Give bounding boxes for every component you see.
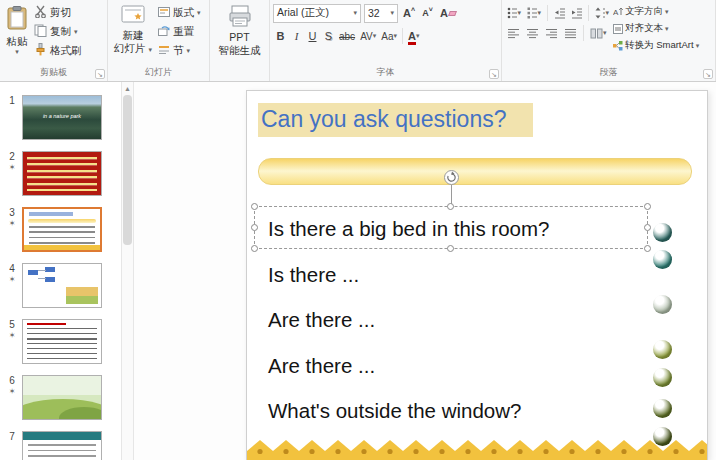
- decorative-zigzag-border[interactable]: [247, 438, 707, 460]
- font-dialog-launcher[interactable]: ↘: [489, 69, 499, 79]
- slide-thumbnail-image[interactable]: [22, 151, 102, 196]
- change-case-dropdown-icon[interactable]: ▾: [393, 32, 397, 40]
- list-bullet-sphere[interactable]: [653, 340, 672, 359]
- decrease-font-size-button[interactable]: A˅: [420, 3, 435, 23]
- bullets-dropdown-icon[interactable]: ▾: [517, 9, 521, 17]
- question-line[interactable]: Is there ...: [261, 252, 645, 298]
- resize-handle-middle-left[interactable]: [251, 224, 258, 231]
- strikethrough-button[interactable]: abc: [337, 26, 357, 46]
- ppt-generate-button[interactable]: PPT 智能生成: [216, 3, 264, 59]
- align-text-dropdown-icon[interactable]: ▾: [665, 25, 669, 33]
- align-left-button[interactable]: [505, 23, 522, 43]
- slide-thumbnail-5[interactable]: 5✶: [5, 319, 121, 364]
- decorative-banner-shape[interactable]: [258, 158, 692, 185]
- section-button[interactable]: 节 ▾: [155, 41, 204, 60]
- line-spacing-dropdown-icon[interactable]: ▾: [605, 9, 609, 17]
- text-direction-dropdown-icon[interactable]: ▾: [665, 8, 669, 16]
- slide-thumbnail-image[interactable]: [22, 319, 102, 364]
- copy-dropdown-icon[interactable]: ▾: [74, 28, 78, 36]
- new-slide-button[interactable]: 新建 幻灯片 ▾: [111, 3, 155, 57]
- list-bullet-sphere[interactable]: [653, 223, 672, 242]
- slide-thumbnail-6[interactable]: 6✶: [5, 375, 121, 420]
- justify-button[interactable]: [562, 23, 579, 43]
- slide-thumbnail-1[interactable]: 1 in a nature park: [5, 95, 121, 140]
- list-bullet-sphere[interactable]: [653, 399, 672, 418]
- align-right-button[interactable]: [543, 23, 560, 43]
- list-bullet-sphere[interactable]: [653, 295, 672, 314]
- list-bullet-sphere[interactable]: [653, 250, 672, 269]
- slide-thumbnails-pane: 1 in a nature park 2✶ 3✶ 4✶ 5✶: [0, 82, 121, 460]
- numbering-button[interactable]: ▾: [525, 3, 543, 23]
- font-color-dropdown-icon[interactable]: ▾: [416, 32, 420, 40]
- reset-button[interactable]: 重置: [155, 22, 204, 41]
- list-bullet-sphere[interactable]: [653, 368, 672, 387]
- font-size-combo[interactable]: 32 ▾: [364, 4, 398, 23]
- scrollbar-thumb[interactable]: [123, 95, 132, 245]
- bullets-button[interactable]: ▾: [505, 3, 523, 23]
- font-color-button[interactable]: A▾: [406, 26, 421, 46]
- slide[interactable]: Can you ask questions? Is there a big be…: [246, 90, 708, 460]
- workspace: 1 in a nature park 2✶ 3✶ 4✶ 5✶: [0, 82, 716, 460]
- clear-formatting-button[interactable]: A: [438, 3, 458, 23]
- numbering-dropdown-icon[interactable]: ▾: [537, 9, 541, 17]
- section-dropdown-icon[interactable]: ▾: [186, 47, 190, 55]
- change-case-button[interactable]: Aa▾: [379, 26, 399, 46]
- font-name-dropdown-icon[interactable]: ▾: [353, 9, 357, 17]
- resize-handle-middle-right[interactable]: [644, 224, 651, 231]
- thumbnails-scrollbar[interactable]: ▲: [121, 82, 134, 460]
- decrease-indent-button[interactable]: [552, 3, 567, 23]
- slide-thumbnail-image[interactable]: in a nature park: [22, 95, 102, 140]
- resize-handle-top-right[interactable]: [644, 203, 651, 210]
- convert-smartart-button[interactable]: 转换为 SmartArt ▾: [613, 37, 709, 54]
- rotate-handle[interactable]: [444, 170, 459, 185]
- font-size-dropdown-icon[interactable]: ▾: [390, 9, 394, 17]
- font-name-combo[interactable]: Arial (正文) ▾: [273, 4, 361, 23]
- align-center-icon: [526, 28, 539, 39]
- slide-thumbnail-2[interactable]: 2✶: [5, 151, 121, 196]
- text-direction-button[interactable]: A 文字方向 ▾: [613, 3, 709, 20]
- convert-smartart-dropdown-icon[interactable]: ▾: [696, 42, 700, 50]
- slide-thumbnail-4[interactable]: 4✶: [5, 263, 121, 308]
- align-text-label: 对齐文本: [625, 22, 663, 35]
- paragraph-dialog-launcher[interactable]: ↘: [703, 69, 713, 79]
- resize-handle-bottom-right[interactable]: [644, 245, 651, 252]
- layout-button[interactable]: 版式 ▾: [155, 3, 204, 22]
- slide-title[interactable]: Can you ask questions?: [258, 103, 533, 137]
- paste-dropdown-icon[interactable]: ▾: [15, 48, 19, 56]
- font-color-glyph: A: [408, 30, 416, 45]
- increase-font-size-button[interactable]: A˄: [401, 3, 417, 23]
- align-center-button[interactable]: [524, 23, 541, 43]
- align-text-button[interactable]: 对齐文本 ▾: [613, 20, 709, 37]
- question-line[interactable]: Are there ...: [261, 343, 645, 389]
- slide-thumbnail-image[interactable]: [22, 431, 102, 460]
- columns-dropdown-icon[interactable]: ▾: [603, 29, 607, 37]
- increase-indent-button[interactable]: [569, 3, 584, 23]
- question-line[interactable]: What's outside the window?: [261, 388, 645, 434]
- slide-thumbnail-7[interactable]: 7: [5, 431, 121, 460]
- bold-button[interactable]: B: [273, 26, 288, 46]
- resize-handle-bottom-left[interactable]: [251, 245, 258, 252]
- scroll-up-icon[interactable]: ▲: [122, 82, 133, 95]
- character-spacing-dropdown-icon[interactable]: ▾: [373, 32, 377, 40]
- slide-thumbnail-image[interactable]: [22, 207, 102, 252]
- paste-button[interactable]: 粘贴 ▾: [3, 3, 31, 58]
- slide-thumbnail-image[interactable]: [22, 263, 102, 308]
- layout-dropdown-icon[interactable]: ▾: [197, 9, 201, 17]
- clipboard-dialog-launcher[interactable]: ↘: [95, 69, 105, 79]
- slide-thumbnail-3[interactable]: 3✶: [5, 207, 121, 252]
- cut-button[interactable]: 剪切: [31, 3, 85, 22]
- italic-button[interactable]: I: [289, 26, 304, 46]
- resize-handle-top-left[interactable]: [251, 203, 258, 210]
- underline-button[interactable]: U: [305, 26, 320, 46]
- copy-button[interactable]: 复制 ▾: [31, 22, 85, 41]
- question-line[interactable]: Is there a big bed in this room?: [261, 206, 645, 252]
- new-slide-dropdown-icon[interactable]: ▾: [148, 46, 152, 53]
- slide-thumbnail-image[interactable]: [22, 375, 102, 420]
- question-line[interactable]: Are there ...: [261, 297, 645, 343]
- line-spacing-button[interactable]: ▾: [593, 3, 611, 23]
- columns-button[interactable]: ▾: [588, 23, 609, 43]
- paragraph-group-label: 段落: [505, 66, 712, 81]
- text-shadow-button[interactable]: S: [321, 26, 336, 46]
- character-spacing-button[interactable]: AV▾: [358, 26, 378, 46]
- format-painter-button[interactable]: 格式刷: [31, 41, 85, 60]
